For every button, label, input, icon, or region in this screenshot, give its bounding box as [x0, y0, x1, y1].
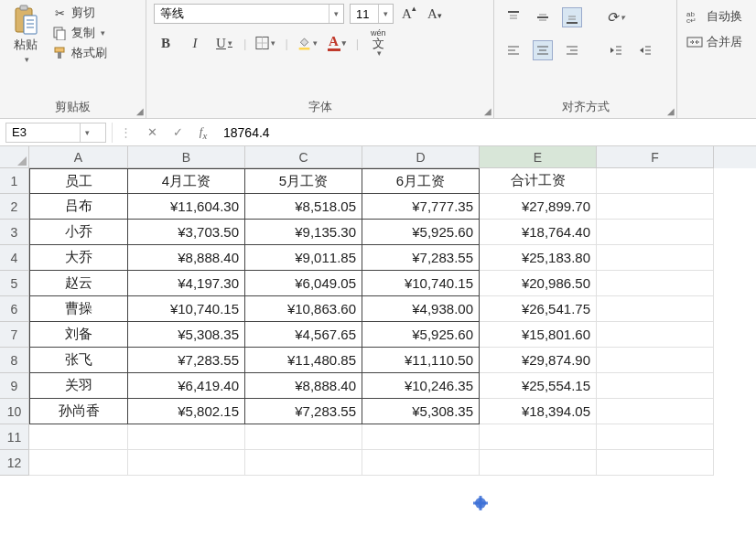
- cell[interactable]: [597, 296, 714, 322]
- cut-button[interactable]: ✂ 剪切: [49, 4, 109, 22]
- cell[interactable]: 曹操: [29, 296, 128, 322]
- bold-button[interactable]: B: [156, 33, 176, 53]
- cell[interactable]: ¥7,283.55: [362, 245, 480, 271]
- cell[interactable]: [597, 194, 714, 220]
- fill-color-button[interactable]: ▾: [297, 33, 318, 53]
- cell[interactable]: [245, 424, 362, 450]
- chevron-down-icon[interactable]: ▾: [329, 5, 343, 23]
- cell[interactable]: ¥5,925.60: [362, 220, 480, 245]
- row-header[interactable]: 5: [0, 271, 29, 296]
- cell[interactable]: 张飞: [29, 348, 128, 373]
- cell[interactable]: ¥5,925.60: [362, 322, 480, 348]
- col-header-B[interactable]: B: [128, 146, 245, 168]
- cell[interactable]: ¥29,874.90: [480, 348, 597, 373]
- cell[interactable]: ¥7,283.55: [128, 348, 245, 373]
- cell[interactable]: ¥15,801.60: [480, 322, 597, 348]
- align-middle-button[interactable]: [533, 7, 553, 27]
- cell[interactable]: ¥11,110.50: [362, 348, 480, 373]
- row-header[interactable]: 6: [0, 296, 29, 322]
- cell[interactable]: ¥6,419.40: [128, 373, 245, 399]
- decrease-font-button[interactable]: A▾: [425, 4, 445, 24]
- col-header-F[interactable]: F: [597, 146, 714, 168]
- cell[interactable]: [29, 450, 128, 476]
- cell[interactable]: [597, 245, 714, 271]
- cell[interactable]: 合计工资: [480, 168, 597, 194]
- col-header-A[interactable]: A: [29, 146, 128, 168]
- cell[interactable]: ¥7,777.35: [362, 194, 480, 220]
- cell[interactable]: [480, 450, 597, 476]
- select-all-corner[interactable]: [0, 146, 29, 168]
- format-painter-button[interactable]: 格式刷: [49, 44, 109, 62]
- row-header[interactable]: 4: [0, 245, 29, 271]
- increase-indent-button[interactable]: [635, 40, 655, 60]
- cell[interactable]: ¥18,394.05: [480, 399, 597, 424]
- row-header[interactable]: 9: [0, 373, 29, 399]
- row-header[interactable]: 7: [0, 322, 29, 348]
- cell[interactable]: [245, 450, 362, 476]
- col-header-C[interactable]: C: [245, 146, 362, 168]
- dialog-launcher-icon[interactable]: ◢: [667, 106, 675, 116]
- formula-input[interactable]: [216, 123, 756, 143]
- cell[interactable]: ¥9,135.30: [245, 220, 362, 245]
- cell[interactable]: 吕布: [29, 194, 128, 220]
- copy-button[interactable]: 复制 ▾: [49, 24, 109, 42]
- orientation-button[interactable]: ⟳▾: [606, 7, 626, 27]
- row-header[interactable]: 12: [0, 450, 29, 476]
- cell[interactable]: ¥27,899.70: [480, 194, 597, 220]
- name-box[interactable]: ▾: [5, 123, 106, 143]
- name-box-input[interactable]: [6, 125, 80, 139]
- cell[interactable]: 孙尚香: [29, 399, 128, 424]
- cell[interactable]: ¥18,764.40: [480, 220, 597, 245]
- cell[interactable]: 小乔: [29, 220, 128, 245]
- row-header[interactable]: 11: [0, 424, 29, 450]
- cell[interactable]: ¥5,802.15: [128, 399, 245, 424]
- increase-font-button[interactable]: A▴: [399, 4, 419, 24]
- italic-button[interactable]: I: [185, 33, 205, 53]
- cell[interactable]: 5月工资: [245, 168, 362, 194]
- cell[interactable]: ¥11,604.30: [128, 194, 245, 220]
- row-header[interactable]: 3: [0, 220, 29, 245]
- cell[interactable]: ¥6,049.05: [245, 271, 362, 296]
- cell[interactable]: ¥8,888.40: [245, 373, 362, 399]
- cancel-formula-button[interactable]: ✕: [139, 123, 165, 143]
- col-header-E[interactable]: E: [480, 146, 597, 168]
- cell[interactable]: [480, 424, 597, 450]
- cell[interactable]: ¥10,740.15: [128, 296, 245, 322]
- cell[interactable]: ¥10,246.35: [362, 373, 480, 399]
- cell[interactable]: ¥10,740.15: [362, 271, 480, 296]
- cell[interactable]: 关羽: [29, 373, 128, 399]
- insert-function-button[interactable]: fx: [190, 123, 216, 143]
- align-center-button[interactable]: [533, 40, 553, 60]
- underline-button[interactable]: U▾: [214, 33, 234, 53]
- cell[interactable]: ¥9,011.85: [245, 245, 362, 271]
- cell[interactable]: ¥8,888.40: [128, 245, 245, 271]
- row-header[interactable]: 2: [0, 194, 29, 220]
- cell[interactable]: 赵云: [29, 271, 128, 296]
- align-bottom-button[interactable]: [562, 7, 582, 27]
- wrap-text-button[interactable]: abc↵ 自动换: [685, 7, 744, 26]
- cell[interactable]: ¥4,197.30: [128, 271, 245, 296]
- chevron-down-icon[interactable]: ▾: [80, 123, 94, 142]
- cell[interactable]: ¥4,567.65: [245, 322, 362, 348]
- cell[interactable]: 4月工资: [128, 168, 245, 194]
- cell[interactable]: 刘备: [29, 322, 128, 348]
- dialog-launcher-icon[interactable]: ◢: [484, 106, 491, 116]
- cell[interactable]: 6月工资: [362, 168, 480, 194]
- cell[interactable]: [597, 220, 714, 245]
- align-top-button[interactable]: [503, 7, 524, 27]
- cell[interactable]: [597, 322, 714, 348]
- phonetic-guide-button[interactable]: wén文▾: [368, 33, 388, 53]
- cell[interactable]: ¥25,183.80: [480, 245, 597, 271]
- cell[interactable]: ¥8,518.05: [245, 194, 362, 220]
- cell[interactable]: ¥7,283.55: [245, 399, 362, 424]
- row-header[interactable]: 10: [0, 399, 29, 424]
- cell[interactable]: ¥4,938.00: [362, 296, 480, 322]
- align-right-button[interactable]: [562, 40, 582, 60]
- cell[interactable]: [362, 450, 480, 476]
- cell[interactable]: [597, 348, 714, 373]
- cell[interactable]: [362, 424, 480, 450]
- cell[interactable]: ¥26,541.75: [480, 296, 597, 322]
- font-color-button[interactable]: A▾: [327, 33, 347, 53]
- cell[interactable]: 员工: [29, 168, 128, 194]
- cell[interactable]: [597, 399, 714, 424]
